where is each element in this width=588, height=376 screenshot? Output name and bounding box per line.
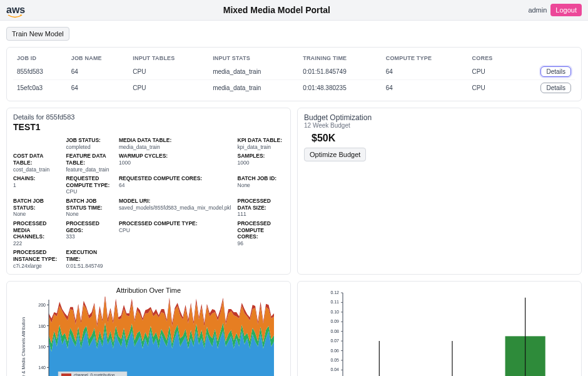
details-card: Details for 855fd583 TEST1 JOB STATUS:co… xyxy=(6,108,291,275)
username: admin xyxy=(528,6,547,14)
table-cell: CPU xyxy=(129,64,209,80)
details-field-key: PROCESSED GEOS: xyxy=(66,220,112,233)
details-field-key: REQUESTED COMPUTE CORES: xyxy=(119,175,231,182)
svg-text:0.07: 0.07 xyxy=(330,338,339,343)
jobs-table: JOB IDJOB NAMEINPUT TABLESINPUT STATSTRA… xyxy=(13,53,575,96)
attribution-chart-title: Attribution Over Time xyxy=(12,287,285,294)
details-field-key: KPI DATA TABLE: xyxy=(238,137,284,144)
table-cell: 0:01:51.845749 xyxy=(299,64,382,80)
details-field-key: BATCH JOB STATUS: xyxy=(13,198,59,211)
details-field-key: MODEL URI: xyxy=(119,198,231,205)
aws-logo-smile-icon xyxy=(8,14,23,19)
details-field: SAMPLES:1000 xyxy=(238,153,284,173)
details-field-key: FEATURE DATA TABLE: xyxy=(66,153,112,166)
table-cell: CPU xyxy=(129,80,209,96)
details-heading: Details for 855fd583 xyxy=(13,113,284,121)
jobs-col-header: INPUT TABLES xyxy=(129,53,209,64)
details-field-key: PROCESSED INSTANCE TYPE: xyxy=(13,249,59,262)
details-field: REQUESTED COMPUTE CORES:64 xyxy=(119,175,231,195)
table-cell: 64 xyxy=(68,80,129,96)
table-cell: CPU xyxy=(469,64,514,80)
details-field-value: feature_data_train xyxy=(66,166,112,173)
details-field: PROCESSED DATA SIZE:111 xyxy=(238,198,284,218)
details-field: PROCESSED COMPUTE CORES:96 xyxy=(238,220,284,247)
page-title: Mixed Media Model Portal xyxy=(25,5,528,15)
details-field: EXECUTION TIME:0:01:51.845749 xyxy=(66,249,112,269)
details-field-key: SAMPLES: xyxy=(238,153,284,160)
details-heading-prefix: Details for xyxy=(13,113,44,121)
svg-text:0.08: 0.08 xyxy=(330,329,339,333)
details-field-key: BATCH JOB ID: xyxy=(238,175,284,182)
aws-logo: aws xyxy=(6,5,25,15)
details-button[interactable]: Details xyxy=(540,66,571,77)
svg-text:0.11: 0.11 xyxy=(330,300,339,305)
details-field: PROCESSED MEDIA CHANNELS:222 xyxy=(13,220,59,247)
jobs-col-header: CORES xyxy=(469,53,514,64)
details-field-key: JOB STATUS: xyxy=(66,137,112,144)
table-cell: media_data_train xyxy=(209,80,299,96)
details-field-value: completed xyxy=(66,144,112,151)
table-cell: CPU xyxy=(469,80,514,96)
details-field-key: BATCH JOB STATUS TIME: xyxy=(66,198,112,211)
jobs-col-header: INPUT STATS xyxy=(209,53,299,64)
table-row: 855fd58364CPUmedia_data_train0:01:51.845… xyxy=(13,64,575,80)
details-field: BATCH JOB ID:None xyxy=(238,175,284,195)
details-field: FEATURE DATA TABLE:feature_data_train xyxy=(66,153,112,173)
svg-rect-105 xyxy=(61,373,71,376)
details-job-id: 855fd583 xyxy=(46,113,75,121)
table-cell: 64 xyxy=(382,64,469,80)
jobs-col-header: JOB ID xyxy=(13,53,68,64)
details-field: BATCH JOB STATUS TIME:None xyxy=(66,198,112,218)
details-field: WARMUP CYCLES:1000 xyxy=(119,153,231,173)
details-field-key: PROCESSED COMPUTE TYPE: xyxy=(119,220,231,227)
svg-text:160: 160 xyxy=(38,345,46,349)
details-field: KPI DATA TABLE:kpi_data_train xyxy=(238,137,284,150)
table-cell: 64 xyxy=(68,64,129,80)
details-field-value: cost_data_train xyxy=(13,166,59,173)
details-field: MODEL URI:saved_models/855fd583_media_mi… xyxy=(119,198,231,218)
table-cell: 0:01:48.380235 xyxy=(299,80,382,96)
details-field-grid: JOB STATUS:completedMEDIA DATA TABLE:med… xyxy=(13,137,284,269)
details-field-key: PROCESSED DATA SIZE: xyxy=(238,198,284,211)
svg-text:Baseline & Media Channels Attr: Baseline & Media Channels Attribution xyxy=(21,317,26,376)
details-field-value: 0:01:51.845749 xyxy=(66,263,112,270)
attribution-chart-card: Attribution Over Time 100120140160180200… xyxy=(6,281,291,376)
jobs-col-header xyxy=(514,53,575,64)
details-field-value: 111 xyxy=(238,211,284,218)
details-field-key: REQUESTED COMPUTE TYPE: xyxy=(66,175,112,188)
details-field-value: 1 xyxy=(13,182,59,189)
details-title: TEST1 xyxy=(13,122,284,132)
details-field: MEDIA DATA TABLE:media_data_train xyxy=(119,137,231,150)
details-field-key: WARMUP CYCLES: xyxy=(119,153,231,160)
details-field-value: None xyxy=(66,211,112,218)
svg-text:140: 140 xyxy=(38,366,46,370)
details-field-value: CPU xyxy=(66,188,112,195)
svg-text:200: 200 xyxy=(38,303,46,308)
details-field-value: None xyxy=(13,211,59,218)
details-field-key: CHAINS: xyxy=(13,175,59,182)
details-field-value: 333 xyxy=(66,233,112,240)
details-field: PROCESSED INSTANCE TYPE:c7i.24xlarge xyxy=(13,249,59,269)
details-button[interactable]: Details xyxy=(540,83,571,93)
table-cell: media_data_train xyxy=(209,64,299,80)
details-field-value: media_data_train xyxy=(119,144,231,151)
details-field-value: 222 xyxy=(13,240,59,247)
logout-button[interactable]: Logout xyxy=(550,4,582,16)
jobs-col-header: COMPUTE TYPE xyxy=(382,53,469,64)
jobs-col-header: TRAINING TIME xyxy=(299,53,382,64)
details-field-value: 1000 xyxy=(238,160,284,166)
details-field-value: kpi_data_train xyxy=(238,144,284,151)
table-cell: 855fd583 xyxy=(13,64,68,80)
train-new-model-button[interactable]: Train New Model xyxy=(6,27,69,41)
svg-text:0.10: 0.10 xyxy=(330,310,339,314)
svg-text:0.09: 0.09 xyxy=(330,320,339,324)
details-field-value: 96 xyxy=(238,240,284,247)
svg-text:0.04: 0.04 xyxy=(330,368,339,372)
optimize-budget-button[interactable]: Optimize Budget xyxy=(304,148,366,161)
details-field: BATCH JOB STATUS:None xyxy=(13,198,59,218)
details-field-value: None xyxy=(238,182,284,189)
user-area: admin Logout xyxy=(528,4,582,16)
table-row: 15efc0a364CPUmedia_data_train0:01:48.380… xyxy=(13,80,575,96)
details-field: JOB STATUS:completed xyxy=(66,137,112,150)
details-field-key: PROCESSED COMPUTE CORES: xyxy=(238,220,284,240)
